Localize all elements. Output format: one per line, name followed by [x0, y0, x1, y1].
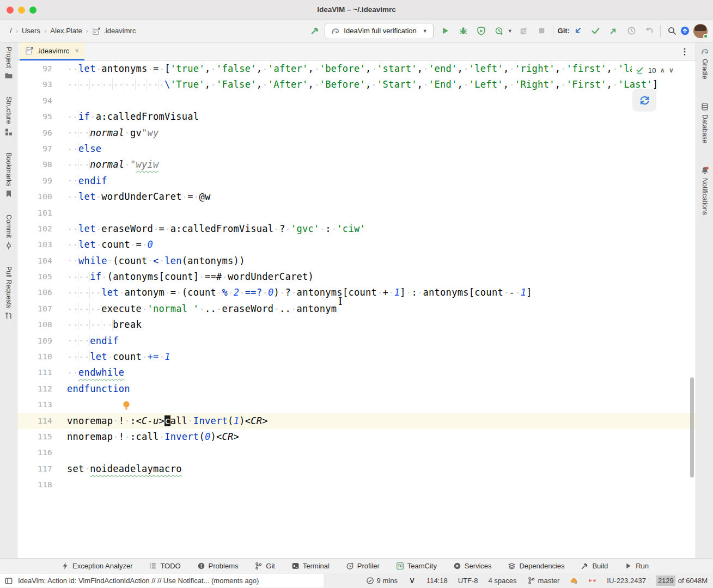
- code-line[interactable]: 92 let antonyms = ['true', 'false', 'aft…: [17, 61, 696, 77]
- line-number[interactable]: 98: [17, 157, 52, 173]
- debug-button[interactable]: [457, 24, 470, 38]
- code-line[interactable]: 102 let eraseWord = a:calledFromVisual ?…: [17, 221, 696, 237]
- line-number[interactable]: 118: [17, 477, 52, 493]
- line-number[interactable]: 94: [17, 93, 52, 109]
- line-number[interactable]: 104: [17, 253, 52, 269]
- code-line[interactable]: 117set noideadelaymacro: [17, 461, 696, 477]
- tab-options-kebab-icon[interactable]: ⋮: [680, 46, 689, 57]
- code-line[interactable]: 96 normal gv"wy: [17, 125, 696, 141]
- line-number[interactable]: 93: [17, 77, 52, 93]
- line-number[interactable]: 116: [17, 445, 52, 461]
- status-message-area[interactable]: IdeaVim: Action id: VimFindActionIdActio…: [0, 574, 324, 587]
- tool-window-button-teamcity[interactable]: TCTeamCity: [396, 562, 437, 570]
- user-avatar[interactable]: [693, 24, 708, 38]
- status-item-master[interactable]: master: [527, 577, 560, 585]
- git-commit-button[interactable]: [589, 24, 602, 38]
- tool-stripe-button-project[interactable]: Project: [4, 47, 13, 80]
- tool-window-button-build[interactable]: Build: [581, 562, 608, 570]
- code-line[interactable]: 99 endif: [17, 173, 696, 189]
- code-line[interactable]: 118: [17, 477, 696, 493]
- code-line[interactable]: 114vnoremap ! :<C-u>call Invert(1)<CR>: [17, 413, 696, 429]
- tool-window-button-exception-analyzer[interactable]: Exception Analyzer: [61, 562, 133, 570]
- tool-window-button-problems[interactable]: Problems: [197, 562, 239, 570]
- tool-stripe-button-pull-requests[interactable]: Pull Requests: [4, 266, 13, 320]
- status-item-utf-8[interactable]: UTF-8: [458, 577, 478, 585]
- breadcrumb-item[interactable]: Alex.Plate: [50, 27, 82, 35]
- search-everywhere-button[interactable]: [665, 24, 678, 38]
- inspection-widget[interactable]: 10 ∧ ∨: [632, 63, 677, 77]
- code-line[interactable]: 109 endif: [17, 333, 696, 349]
- line-number[interactable]: 113: [17, 397, 52, 413]
- code-line[interactable]: 97 else: [17, 141, 696, 157]
- line-number[interactable]: 92: [17, 61, 52, 77]
- status-item-9-mins[interactable]: 9 mins: [366, 577, 398, 585]
- line-number[interactable]: 108: [17, 317, 52, 333]
- line-number[interactable]: 99: [17, 173, 52, 189]
- code-line[interactable]: 95 if a:calledFromVisual: [17, 109, 696, 125]
- line-number[interactable]: 111: [17, 365, 52, 381]
- git-push-button[interactable]: [607, 24, 620, 38]
- line-number[interactable]: 101: [17, 205, 52, 221]
- code-line[interactable]: 116: [17, 445, 696, 461]
- code-line[interactable]: 93 \'True', 'False', 'After', 'Before', …: [17, 77, 696, 93]
- code-line[interactable]: 101: [17, 205, 696, 221]
- chevron-down-icon[interactable]: ▼: [508, 28, 513, 34]
- code-line[interactable]: 94: [17, 93, 696, 109]
- code-line[interactable]: 108 break: [17, 317, 696, 333]
- code-editor[interactable]: 92 let antonyms = ['true', 'false', 'aft…: [17, 61, 696, 558]
- code-line[interactable]: 107 execute 'normal ' .. eraseWord .. an…: [17, 301, 696, 317]
- code-line[interactable]: 104 while (count < len(antonyms)): [17, 253, 696, 269]
- tool-window-button-run[interactable]: Run: [624, 562, 649, 570]
- line-number[interactable]: 103: [17, 237, 52, 253]
- line-number[interactable]: 112: [17, 381, 52, 397]
- code-line[interactable]: 112endfunction: [17, 381, 696, 397]
- breadcrumb-item[interactable]: .ideavimrc: [92, 27, 136, 35]
- tool-stripe-button-bookmarks[interactable]: Bookmarks: [4, 152, 13, 199]
- reload-ideavimrc-button[interactable]: [632, 89, 656, 112]
- line-number[interactable]: 110: [17, 349, 52, 365]
- line-number[interactable]: 109: [17, 333, 52, 349]
- profile-button[interactable]: [493, 24, 506, 38]
- code-line[interactable]: 98 normal "wyiw: [17, 157, 696, 173]
- ide-update-button[interactable]: [678, 24, 691, 38]
- line-number[interactable]: 115: [17, 429, 52, 445]
- close-window-button[interactable]: [7, 7, 14, 14]
- line-number[interactable]: 106: [17, 285, 52, 301]
- code-line[interactable]: 113: [17, 397, 696, 413]
- status-item-no-wrap-icon[interactable]: [588, 577, 596, 585]
- tab-ideavimrc[interactable]: .ideavimrc ×: [20, 42, 84, 60]
- code-line[interactable]: 105 if (antonyms[count] ==# wordUnderCar…: [17, 269, 696, 285]
- tool-stripe-button-structure[interactable]: Structure: [4, 96, 13, 136]
- line-number[interactable]: 117: [17, 461, 52, 477]
- code-line[interactable]: 110 let count += 1: [17, 349, 696, 365]
- breadcrumb-item[interactable]: Users: [22, 27, 40, 35]
- run-button[interactable]: [439, 24, 452, 38]
- tool-window-button-git[interactable]: Git: [254, 562, 275, 570]
- git-update-project-button[interactable]: [571, 24, 584, 38]
- code-line[interactable]: 103 let count = 0: [17, 237, 696, 253]
- status-item-cloud-sync-icon[interactable]: [570, 577, 578, 585]
- code-line[interactable]: 115nnoremap ! :call Invert(0)<CR>: [17, 429, 696, 445]
- tool-window-button-dependencies[interactable]: Dependencies: [508, 562, 564, 570]
- status-item-114-18[interactable]: 114:18: [426, 577, 448, 585]
- line-number[interactable]: 102: [17, 221, 52, 237]
- tool-window-button-terminal[interactable]: Terminal: [291, 562, 330, 570]
- line-number[interactable]: 97: [17, 141, 52, 157]
- tool-stripe-button-commit[interactable]: Commit: [4, 215, 13, 250]
- tool-window-button-services[interactable]: Services: [453, 562, 492, 570]
- minimize-window-button[interactable]: [18, 7, 25, 14]
- tool-stripe-button-gradle[interactable]: Gradle: [700, 47, 709, 79]
- status-item-iu-223-2437[interactable]: IU-223.2437: [607, 577, 646, 585]
- intention-bulb-icon[interactable]: [121, 399, 131, 411]
- tool-window-button-todo[interactable]: TODO: [149, 562, 180, 570]
- line-number[interactable]: 100: [17, 189, 52, 205]
- line-number[interactable]: 114: [17, 413, 52, 429]
- next-problem-chevron-icon[interactable]: ∨: [669, 66, 674, 74]
- code-line[interactable]: 106 let antonym = (count % 2 ==? 0) ? an…: [17, 285, 696, 301]
- build-hammer-green-icon[interactable]: [308, 24, 321, 38]
- tool-stripe-button-notifications[interactable]: Notifications: [700, 166, 709, 215]
- tool-window-button-profiler[interactable]: Profiler: [346, 562, 380, 570]
- memory-indicator[interactable]: 2129 of 6048M: [656, 575, 708, 586]
- close-tab-icon[interactable]: ×: [75, 46, 79, 55]
- zoom-window-button[interactable]: [29, 7, 36, 14]
